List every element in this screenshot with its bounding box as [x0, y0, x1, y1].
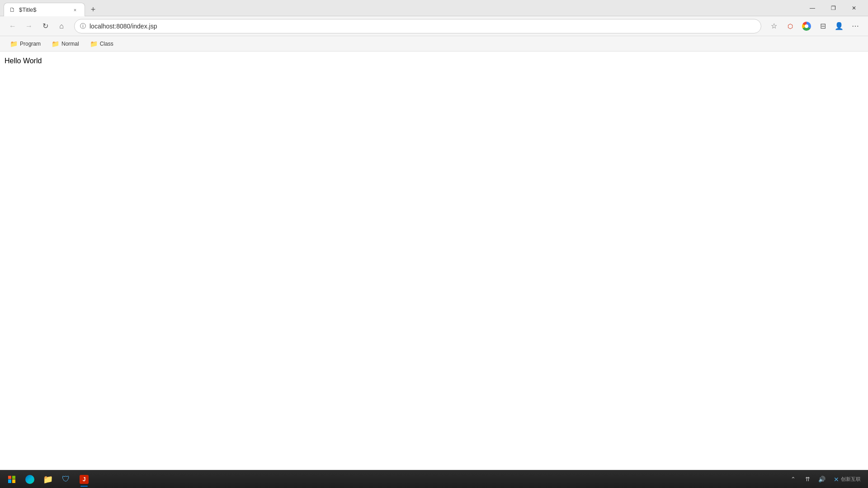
navigation-bar: ← → ↻ ⌂ ⓘ ☆ ⬡ ⊟ 👤 ⋯: [0, 16, 868, 36]
edge-icon: [25, 475, 34, 484]
start-button[interactable]: [4, 471, 20, 488]
home-button[interactable]: ⌂: [54, 19, 69, 33]
hello-world-text: Hello World: [5, 57, 42, 65]
profile-avatar-icon[interactable]: 👤: [832, 19, 846, 33]
more-menu-button[interactable]: ⋯: [848, 19, 863, 33]
tab-page-icon: 🗋: [9, 6, 15, 13]
bookmark-normal[interactable]: 📁 Normal: [47, 38, 84, 49]
bookmark-class[interactable]: 📁 Class: [85, 38, 118, 49]
taskbar-windows-security[interactable]: 🛡: [58, 471, 74, 488]
address-bar-wrapper: ⓘ: [74, 19, 761, 33]
taskbar-file-explorer[interactable]: 📁: [40, 471, 56, 488]
folder-icon-program: 📁: [10, 40, 18, 47]
extension-icon[interactable]: ⬡: [783, 19, 797, 33]
page-content: Hello World: [0, 52, 868, 488]
tab-title: $Title$: [19, 6, 67, 13]
favorites-icon[interactable]: ☆: [767, 19, 781, 33]
folder-icon-normal: 📁: [52, 40, 59, 47]
tab-area: 🗋 $Title$ × +: [4, 0, 802, 16]
minimize-button[interactable]: —: [802, 0, 823, 16]
new-tab-button[interactable]: +: [87, 3, 99, 16]
bookmark-class-label: Class: [100, 41, 113, 47]
close-button[interactable]: ✕: [844, 0, 864, 16]
window-controls: — ❐ ✕: [802, 0, 864, 16]
watermark-icon: ✕: [834, 476, 839, 483]
maximize-button[interactable]: ❐: [823, 0, 844, 16]
collections-icon[interactable]: ⊟: [816, 19, 830, 33]
taskbar: 📁 🛡 J ⌃ ⇈ 🔊 ✕ 创新互联: [0, 470, 868, 488]
taskbar-tray: ⌃ ⇈ 🔊 ✕ 创新互联: [787, 473, 864, 486]
app4-icon: J: [80, 475, 89, 484]
title-bar: 🗋 $Title$ × + — ❐ ✕: [0, 0, 868, 16]
watermark-text: 创新互联: [841, 476, 861, 483]
bookmark-normal-label: Normal: [61, 41, 79, 47]
file-explorer-icon: 📁: [43, 474, 53, 484]
shield-icon: 🛡: [62, 474, 70, 484]
tray-wifi-icon[interactable]: ⇈: [801, 473, 814, 486]
tab-close-button[interactable]: ×: [71, 6, 79, 14]
security-icon: ⓘ: [80, 22, 86, 30]
bookmarks-bar: 📁 Program 📁 Normal 📁 Class: [0, 36, 868, 52]
toolbar-icons: ☆ ⬡ ⊟ 👤 ⋯: [767, 19, 863, 33]
address-input[interactable]: [90, 23, 755, 30]
bookmark-program-label: Program: [20, 41, 41, 47]
taskbar-app4[interactable]: J: [76, 471, 92, 488]
chrome-icon[interactable]: [799, 19, 814, 33]
browser-window: 🗋 $Title$ × + — ❐ ✕ ← → ↻ ⌂ ⓘ ☆ ⬡: [0, 0, 868, 488]
tray-watermark: ✕ 创新互联: [830, 476, 864, 483]
windows-logo-icon: [8, 476, 15, 483]
bookmark-program[interactable]: 📁 Program: [5, 38, 45, 49]
tray-volume-icon[interactable]: 🔊: [816, 473, 828, 486]
refresh-button[interactable]: ↻: [38, 19, 52, 33]
active-tab[interactable]: 🗋 $Title$ ×: [4, 3, 85, 16]
forward-button[interactable]: →: [22, 19, 36, 33]
folder-icon-class: 📁: [90, 40, 98, 47]
back-button[interactable]: ←: [5, 19, 20, 33]
taskbar-edge[interactable]: [22, 471, 38, 488]
tray-show-hidden-icon[interactable]: ⌃: [787, 473, 799, 486]
